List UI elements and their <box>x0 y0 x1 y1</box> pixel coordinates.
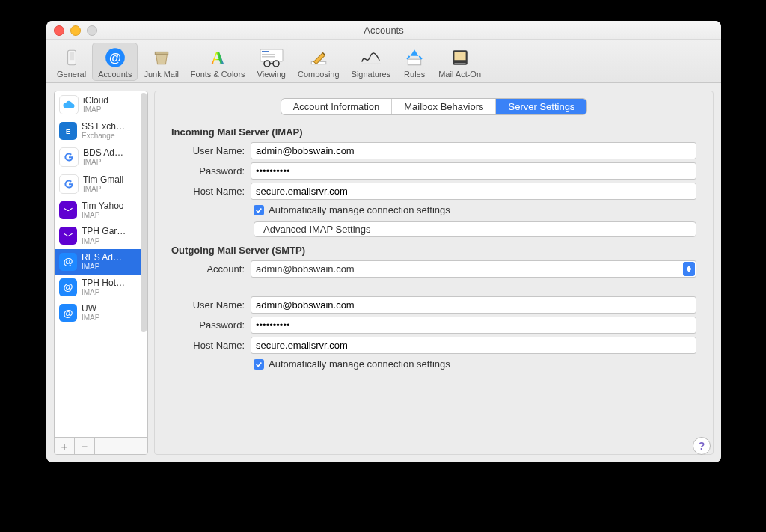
toolbar-mailacton[interactable]: Mail Act-On <box>432 43 487 81</box>
account-type: Exchange <box>82 132 125 140</box>
svg-rect-9 <box>262 56 275 58</box>
account-type: IMAP <box>83 106 108 114</box>
scrollbar[interactable] <box>141 93 147 332</box>
exchange-icon: E <box>59 122 77 140</box>
content-area: iCloudIMAPESS Exch…ExchangeBDS Ad…IMAPTi… <box>46 83 721 462</box>
zoom-icon[interactable] <box>87 25 97 36</box>
account-name: iCloud <box>83 96 108 106</box>
yahoo-icon <box>59 227 77 245</box>
settings-panel: Account Information Mailbox Behaviors Se… <box>154 91 714 455</box>
rules-icon <box>402 46 426 70</box>
divider <box>174 287 696 287</box>
svg-rect-7 <box>262 51 269 52</box>
account-item[interactable]: TPH Gar…IMAP <box>55 223 147 248</box>
toolbar-label: Accounts <box>98 70 132 79</box>
cloud-icon <box>59 95 79 114</box>
help-button[interactable]: ? <box>693 437 711 455</box>
incoming-auto-checkbox[interactable] <box>254 205 264 215</box>
incoming-password-label: Password: <box>174 165 245 177</box>
outgoing-password-input[interactable] <box>251 317 696 334</box>
account-type: IMAP <box>83 185 123 193</box>
account-type: IMAP <box>82 288 125 296</box>
account-item[interactable]: @RES Ad…IMAP <box>55 249 147 275</box>
account-name: SS Exch… <box>82 122 125 132</box>
account-item[interactable]: Tim GmailIMAP <box>55 171 147 198</box>
accounts-sidebar: iCloudIMAPESS Exch…ExchangeBDS Ad…IMAPTi… <box>54 91 148 455</box>
accounts-icon: @ <box>103 46 127 70</box>
svg-rect-4 <box>155 52 168 54</box>
window-controls <box>54 25 97 36</box>
titlebar: Accounts <box>46 21 721 40</box>
account-item[interactable]: BDS Ad…IMAP <box>55 144 147 171</box>
viewing-icon <box>260 46 284 70</box>
account-item[interactable]: ESS Exch…Exchange <box>55 118 147 144</box>
account-name: Tim Yahoo <box>82 201 123 211</box>
add-account-button[interactable]: + <box>55 438 75 454</box>
junk-icon <box>150 46 174 70</box>
outgoing-username-input[interactable] <box>251 296 696 314</box>
accounts-footer: + − <box>55 437 147 454</box>
account-name: TPH Gar… <box>82 227 126 236</box>
outgoing-username-label: User Name: <box>174 299 245 311</box>
account-name: UW <box>82 304 99 314</box>
incoming-password-input[interactable] <box>251 162 696 180</box>
remove-account-button[interactable]: − <box>75 438 95 454</box>
toolbar-label: Mail Act-On <box>438 70 481 79</box>
incoming-section-title: Incoming Mail Server (IMAP) <box>171 126 696 138</box>
outgoing-auto-checkbox[interactable] <box>254 359 264 370</box>
minimize-icon[interactable] <box>70 25 81 36</box>
outgoing-auto-label: Automatically manage connection settings <box>269 358 450 370</box>
close-icon[interactable] <box>54 25 64 36</box>
tab-server-settings[interactable]: Server Settings <box>496 99 586 114</box>
toolbar-signatures[interactable]: Signatures <box>346 43 397 81</box>
toolbar-viewing[interactable]: Viewing <box>251 43 292 81</box>
account-item[interactable]: iCloudIMAP <box>55 91 147 118</box>
check-icon <box>255 207 263 214</box>
toolbar-label: Signatures <box>352 70 391 79</box>
incoming-auto-label: Automatically manage connection settings <box>269 204 450 215</box>
incoming-host-input[interactable] <box>251 183 696 200</box>
account-type: IMAP <box>82 237 126 245</box>
yahoo-icon <box>59 201 77 219</box>
composing-icon <box>307 46 331 70</box>
fonts-icon: A <box>206 46 230 70</box>
toolbar-junk[interactable]: Junk Mail <box>138 43 184 81</box>
outgoing-account-label: Account: <box>174 263 245 275</box>
at-icon: @ <box>59 278 77 296</box>
window-title: Accounts <box>364 25 403 36</box>
toolbar-accounts[interactable]: @ Accounts <box>92 43 138 81</box>
panel-tabs: Account Information Mailbox Behaviors Se… <box>171 99 696 114</box>
svg-text:@: @ <box>109 51 121 64</box>
preferences-window: Accounts General @ Accounts Junk Mail <box>46 21 721 462</box>
general-icon <box>60 46 84 70</box>
svg-rect-8 <box>262 54 275 55</box>
toolbar-general[interactable]: General <box>51 43 92 81</box>
svg-rect-1 <box>69 52 74 60</box>
svg-rect-16 <box>454 52 465 60</box>
outgoing-account-select[interactable]: admin@bobswain.com <box>251 260 696 278</box>
incoming-username-label: User Name: <box>174 145 245 156</box>
account-item[interactable]: Tim YahooIMAP <box>55 198 147 223</box>
toolbar-rules[interactable]: Rules <box>396 43 432 81</box>
account-name: Tim Gmail <box>83 175 123 185</box>
account-name: BDS Ad… <box>83 148 123 158</box>
preferences-toolbar: General @ Accounts Junk Mail A Fonts & C… <box>46 40 721 83</box>
advanced-imap-button[interactable]: Advanced IMAP Settings <box>254 221 696 237</box>
outgoing-host-input[interactable] <box>251 337 696 354</box>
incoming-host-label: Host Name: <box>174 186 245 197</box>
account-item[interactable]: @UWIMAP <box>55 300 147 325</box>
chevron-updown-icon <box>683 262 695 276</box>
tab-mailbox-behaviors[interactable]: Mailbox Behaviors <box>392 99 496 114</box>
account-name: TPH Hot… <box>82 278 125 288</box>
mailacton-icon <box>448 46 472 70</box>
outgoing-section-title: Outgoing Mail Server (SMTP) <box>171 245 696 256</box>
tab-account-information[interactable]: Account Information <box>281 99 393 114</box>
toolbar-label: General <box>57 70 86 79</box>
toolbar-fonts[interactable]: A Fonts & Colors <box>185 43 251 81</box>
toolbar-label: Rules <box>404 70 425 79</box>
account-name: RES Ad… <box>82 253 122 263</box>
account-item[interactable]: @TPH Hot…IMAP <box>55 275 147 300</box>
account-type: IMAP <box>83 158 123 166</box>
toolbar-composing[interactable]: Composing <box>292 43 346 81</box>
incoming-username-input[interactable] <box>251 142 696 159</box>
